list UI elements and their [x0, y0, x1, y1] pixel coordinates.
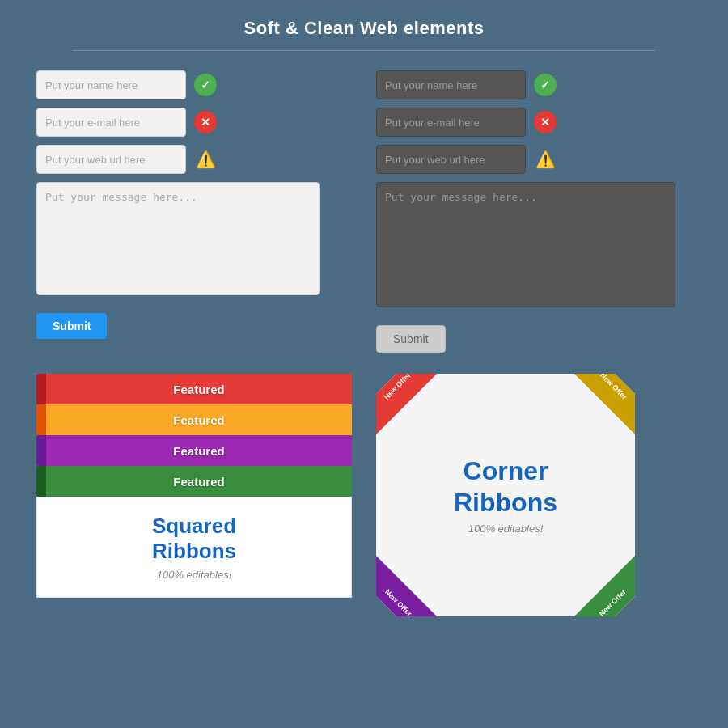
dark-form: ✓ ✕ ⚠️ Submit: [364, 70, 692, 361]
cross-icon: ✕: [194, 111, 217, 133]
light-message-textarea[interactable]: [36, 182, 320, 295]
corner-content: Corner Ribbons 100% editables!: [454, 455, 557, 535]
ribbon-label-red: Featured: [46, 374, 352, 404]
corner-subtitle: 100% editables!: [454, 523, 557, 535]
ribbon-tab-purple: [36, 435, 46, 466]
corner-ribbons-section: Corner Ribbons 100% editables! New Offer…: [364, 374, 692, 616]
page-title: Soft & Clean Web elements: [0, 0, 728, 50]
dark-message-textarea[interactable]: [376, 182, 675, 307]
corner-box: Corner Ribbons 100% editables! New Offer…: [376, 374, 635, 616]
ribbon-item-yellow: Featured: [36, 404, 352, 435]
email-row: ✕: [36, 108, 352, 137]
light-form: ✓ ✕ ⚠️ Submit: [36, 70, 364, 361]
ribbon-label-purple: Featured: [46, 435, 352, 466]
name-row: ✓: [36, 70, 352, 99]
ribbon-tab-red: [36, 374, 46, 404]
dark-name-input[interactable]: [376, 70, 526, 99]
ribbon-label-yellow: Featured: [46, 404, 352, 435]
dark-check-icon: ✓: [534, 74, 557, 96]
url-row: ⚠️: [36, 145, 352, 174]
corner-title-line2: Ribbons: [454, 487, 557, 518]
ribbon-stack: Featured Featured Featured Featured: [36, 374, 352, 497]
ribbon-tab-green: [36, 466, 46, 497]
bottom-grid: Featured Featured Featured Featured Squa…: [0, 361, 728, 616]
dark-message-row: [376, 182, 692, 307]
ribbon-subtitle: 100% editables!: [53, 569, 335, 581]
dark-warn-icon: ⚠️: [534, 148, 557, 171]
ribbon-tab-yellow: [36, 404, 46, 435]
forms-grid: ✓ ✕ ⚠️ Submit ✓ ✕ ⚠️ Submit: [0, 70, 728, 361]
ribbon-item-green: Featured: [36, 466, 352, 497]
message-row: [36, 182, 352, 295]
corner-title-line1: Corner: [454, 455, 557, 486]
dark-email-input[interactable]: [376, 108, 526, 137]
ribbon-item-red: Featured: [36, 374, 352, 404]
dark-cross-icon: ✕: [534, 111, 557, 133]
dark-submit-button[interactable]: Submit: [376, 325, 446, 353]
dark-url-input[interactable]: [376, 145, 526, 174]
dark-name-row: ✓: [376, 70, 692, 99]
dark-email-row: ✕: [376, 108, 692, 137]
dark-url-row: ⚠️: [376, 145, 692, 174]
light-submit-button[interactable]: Submit: [36, 313, 107, 339]
light-email-input[interactable]: [36, 108, 186, 137]
header-divider: [73, 50, 655, 51]
ribbon-title-line2: Ribbons: [53, 539, 335, 564]
light-name-input[interactable]: [36, 70, 186, 99]
light-url-input[interactable]: [36, 145, 186, 174]
check-icon: ✓: [194, 74, 217, 96]
ribbon-item-purple: Featured: [36, 435, 352, 466]
warn-icon: ⚠️: [194, 148, 217, 171]
ribbon-content-box: Squared Ribbons 100% editables!: [36, 497, 352, 598]
squared-ribbons-section: Featured Featured Featured Featured Squa…: [36, 374, 364, 616]
ribbon-label-green: Featured: [46, 466, 352, 497]
ribbon-title-line1: Squared: [53, 514, 335, 539]
